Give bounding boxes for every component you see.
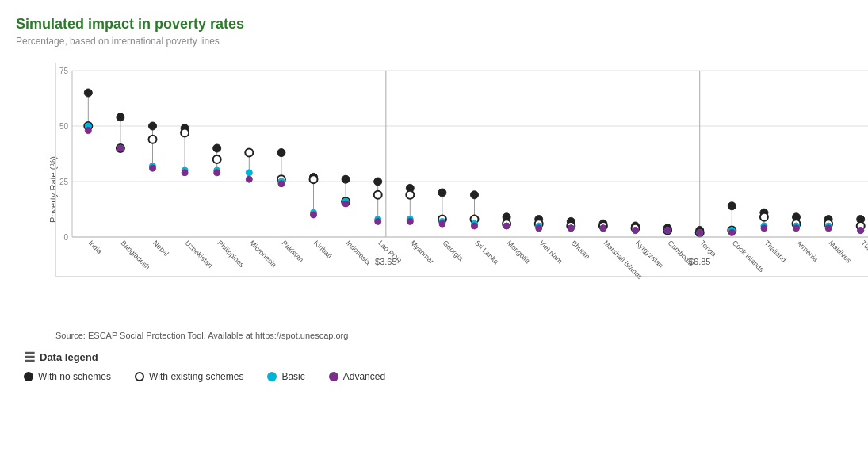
svg-point-88 [472, 223, 478, 229]
legend-item: With no schemes [24, 371, 111, 382]
svg-text:Sri Lanka: Sri Lanka [473, 239, 500, 266]
svg-text:Uzbekistan: Uzbekistan [184, 239, 215, 270]
svg-point-94 [503, 223, 510, 229]
svg-text:Thailand: Thailand [763, 239, 787, 263]
svg-point-140 [760, 213, 768, 221]
svg-point-64 [342, 201, 349, 207]
svg-point-118 [633, 228, 639, 234]
chart-subtitle: Percentage, based on international pover… [16, 36, 852, 47]
svg-text:Cook Islands: Cook Islands [731, 239, 766, 274]
svg-point-22 [117, 145, 124, 151]
svg-point-160 [858, 228, 864, 234]
svg-point-124 [664, 228, 671, 234]
legend-label: Advanced [343, 371, 385, 382]
svg-point-26 [149, 136, 157, 143]
legend-title: Data legend [40, 351, 98, 363]
svg-point-44 [245, 149, 253, 157]
svg-point-100 [536, 225, 542, 232]
svg-text:Maldives: Maldives [828, 239, 854, 265]
legend-item: Basic [267, 371, 304, 382]
svg-text:Philippines: Philippines [216, 239, 246, 269]
svg-text:India: India [87, 239, 104, 255]
svg-point-56 [310, 175, 318, 183]
legend-label: Basic [281, 371, 304, 382]
svg-point-19 [117, 113, 124, 121]
svg-text:0: 0 [63, 233, 68, 242]
svg-text:Bhutan: Bhutan [570, 239, 591, 260]
svg-text:Kyrgyzstan: Kyrgyzstan [634, 239, 665, 270]
svg-point-67 [374, 178, 382, 186]
svg-text:50: 50 [59, 122, 69, 131]
svg-point-16 [85, 128, 91, 134]
svg-point-79 [438, 189, 446, 197]
svg-point-130 [697, 229, 703, 235]
svg-point-142 [761, 225, 767, 232]
chart-area: Poverty Rate (%) 0255075$3.65$6.85IndiaB… [48, 55, 868, 324]
svg-text:Tonga: Tonga [698, 239, 717, 258]
svg-point-148 [793, 225, 800, 232]
svg-point-45 [246, 170, 252, 176]
legend-item: With existing schemes [135, 371, 243, 382]
svg-text:Nepal: Nepal [151, 239, 170, 258]
svg-point-13 [84, 89, 92, 97]
svg-text:Cambodia: Cambodia [667, 239, 695, 267]
chart-title: Simulated impact in poverty rates [16, 16, 852, 33]
svg-point-85 [471, 191, 479, 199]
svg-text:Türkiye: Türkiye [859, 239, 868, 261]
svg-point-58 [311, 212, 317, 218]
svg-point-76 [407, 218, 413, 224]
svg-point-25 [149, 122, 157, 130]
svg-point-28 [150, 165, 156, 171]
svg-point-40 [214, 170, 220, 176]
svg-text:Mongolia: Mongolia [506, 239, 532, 265]
svg-text:Kiribati: Kiribati [312, 239, 334, 260]
svg-point-154 [825, 225, 832, 232]
svg-point-49 [277, 149, 285, 157]
svg-point-112 [600, 225, 606, 232]
svg-point-34 [182, 170, 188, 176]
svg-point-52 [278, 181, 285, 187]
svg-text:Georgia: Georgia [441, 239, 465, 262]
svg-point-74 [406, 191, 414, 199]
svg-point-82 [439, 220, 445, 227]
legend-header: ☰ Data legend [24, 350, 852, 365]
svg-text:Armenia: Armenia [795, 239, 820, 263]
svg-point-38 [213, 155, 221, 163]
svg-text:Viet Nam: Viet Nam [537, 239, 564, 265]
svg-text:Myanmar: Myanmar [409, 239, 436, 266]
svg-text:Pakistan: Pakistan [280, 239, 304, 263]
svg-point-133 [728, 202, 736, 210]
legend-item: Advanced [329, 371, 385, 382]
svg-text:Micronesia: Micronesia [248, 239, 278, 269]
legend-label: With no schemes [38, 371, 111, 382]
svg-point-37 [213, 144, 221, 152]
svg-text:Indonesia: Indonesia [345, 239, 373, 266]
svg-point-46 [246, 176, 252, 182]
legend-section: ☰ Data legend With no schemesWith existi… [24, 350, 852, 382]
legend-items: With no schemesWith existing schemesBasi… [24, 371, 852, 382]
svg-point-61 [342, 175, 350, 183]
svg-point-136 [728, 229, 735, 235]
svg-text:Bangladesh: Bangladesh [119, 239, 151, 271]
legend-icon: ☰ [24, 350, 35, 365]
source-text: Source: ESCAP Social Protection Tool. Av… [55, 331, 852, 340]
svg-point-106 [568, 225, 574, 232]
page-container: Simulated impact in poverty rates Percen… [16, 16, 852, 382]
svg-point-70 [375, 218, 381, 224]
svg-point-68 [374, 191, 382, 199]
chart-inner: 0255075$3.65$6.85IndiaBangladeshNepalUzb… [55, 63, 868, 277]
svg-text:75: 75 [59, 67, 69, 75]
svg-point-32 [181, 128, 189, 136]
legend-label: With existing schemes [149, 371, 243, 382]
svg-text:25: 25 [59, 178, 69, 186]
